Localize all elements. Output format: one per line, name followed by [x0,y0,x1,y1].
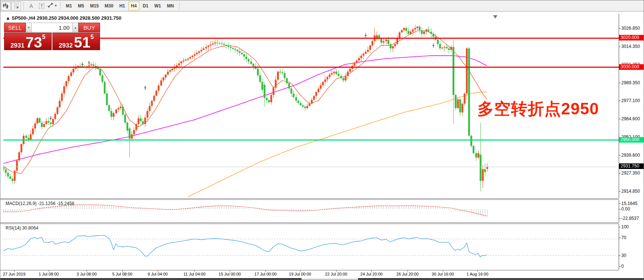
timeframe-button-m15[interactable]: M15 [87,1,101,10]
time-tick [230,270,230,271]
sell-price-box[interactable]: 2931 73 5 [4,33,52,50]
horizontal-scrollbar[interactable] [0,278,644,280]
timeframe-button-w1[interactable]: W1 [152,1,164,10]
toolbar-separator [23,2,24,10]
time-tick [443,270,443,271]
time-tick-label: 27 Jun 2019 [3,272,26,276]
indicators-button[interactable]: E [1,1,10,10]
macd-indicator-pane[interactable] [3,200,619,222]
toolbar-separator [179,2,180,10]
chart-left-gutter [0,12,3,280]
chevron-down-icon: ▼ [54,4,57,7]
text-label-icon: A [29,3,33,9]
price-tick [619,28,621,29]
toolbar-separator [60,2,61,10]
sell-button[interactable]: SELL [4,23,26,32]
price-tick [619,83,621,83]
timeframe-button-m1[interactable]: M1 [63,1,75,10]
volume-decrease-button[interactable]: ▼ [26,23,32,32]
timeframe-button-m5[interactable]: M5 [75,1,87,10]
timeframe-button-d1[interactable]: D1 [140,1,151,10]
time-tick-label: 1 Aug 16:00 [467,272,489,276]
indicator-axis-label: 30 [621,253,626,258]
price-tick [619,155,621,156]
price-tick [619,173,621,173]
time-tick [49,270,49,271]
volume-increase-button[interactable]: ▲ [73,23,78,32]
price-tick-label: 3014.350 [621,44,640,49]
rsi-label: RSI(14) 30.8064 [6,225,38,231]
time-tick [300,270,300,271]
mt4-chart-window: EFAT▼M1M5M15M30H1H4D1W1MN ▲ SP500-,H4 29… [0,0,644,280]
volume-input[interactable] [32,23,73,32]
buy-button[interactable]: BUY [78,23,100,32]
price-tick-label: 2964.600 [621,116,640,121]
buy-price-point: 5 [90,34,94,40]
indicator-axis-label: 100 [621,224,629,229]
scrollbar-track-left [0,278,302,280]
text-label-button[interactable]: A [26,1,36,10]
time-tick [371,270,372,271]
toolbar: EFAT▼M1M5M15M30H1H4D1W1MN [0,0,644,12]
time-tick-label: 11 Jul 04:00 [183,272,205,276]
time-tick [477,270,478,271]
grid-icon: F [13,3,19,9]
indicator-axis-tick [619,204,621,204]
price-tick-label: 2914.850 [621,189,640,194]
time-tick-label: 5 Jul 08:00 [112,272,132,276]
price-tick [619,119,621,119]
indicator-axis-label: -22.8537 [621,216,639,221]
pane-splitter-macd[interactable] [0,198,619,200]
price-line-badge: 2950.000 [619,137,644,143]
time-tick-label: 19 Jul 00:00 [289,272,311,276]
time-tick-label: 9 Jul 04:00 [148,272,168,276]
symbol-marker-icon: ▲ [6,15,10,21]
indicator-axis-tick [619,238,621,238]
price-line-badge: 3020.000 [619,35,644,40]
candles-icon: E [3,3,9,9]
text-box-button[interactable]: T [37,1,46,10]
text-box-icon: T [39,3,45,9]
time-tick-label: 15 Jul 00:00 [219,272,241,276]
time-tick [408,270,408,271]
time-tick-label: 30 Jul 16:00 [432,272,454,276]
sell-price-pips: 73 [26,36,42,49]
cursor-mode-button[interactable]: ▼ [47,1,58,10]
time-tick-label: 1 Jul 08:00 [39,272,59,276]
price-tick [619,101,621,101]
indicator-axis-tick [619,266,621,267]
time-tick [14,270,15,271]
price-tick-label: 2927.350 [621,170,640,176]
indicator-axis-label: 0 [621,264,624,269]
symbol-ohlc-header: ▲ SP500-,H4 2930.250 2934.000 2928.500 2… [6,15,121,21]
time-tick-label: 24 Jul 20:00 [360,272,383,276]
buy-price-pips: 51 [74,36,91,49]
timeframe-button-m30[interactable]: M30 [102,1,116,10]
timeframe-button-h4[interactable]: H4 [128,1,139,10]
buy-price-handle: 2932 [59,42,73,49]
price-tick-label: 3026.850 [621,26,640,31]
indicator-axis-tick [619,255,621,256]
sell-price-point: 5 [42,34,45,40]
cursor-arrows-icon [48,3,53,9]
price-tick [619,191,621,192]
price-tick-label: 2989.350 [621,80,640,85]
time-axis-separator [0,270,619,270]
buy-price-box[interactable]: 2932 51 5 [52,33,100,50]
price-line-badge: 3000.000 [619,64,644,70]
scrollbar-track-right [358,278,644,280]
grid-button[interactable]: F [11,1,21,10]
indicator-axis-label: 70 [621,235,626,240]
rsi-indicator-pane[interactable] [3,224,619,270]
time-tick [87,270,87,271]
timeframe-button-mn[interactable]: MN [164,1,177,10]
price-tick [619,46,621,47]
time-tick [158,270,158,271]
macd-label: MACD(12,26,9) -21.1256 -15.2458 [6,201,74,206]
time-tick-label: 22 Jul 20:00 [325,272,347,276]
indicator-axis-label: 0.00 [621,206,630,212]
indicator-axis-label: 15.1645 [621,201,637,206]
pane-splitter-rsi[interactable] [0,222,619,224]
timeframe-button-h1[interactable]: H1 [117,1,128,10]
symbol-ohlc-text: SP500-,H4 2930.250 2934.000 2928.500 293… [12,15,122,21]
